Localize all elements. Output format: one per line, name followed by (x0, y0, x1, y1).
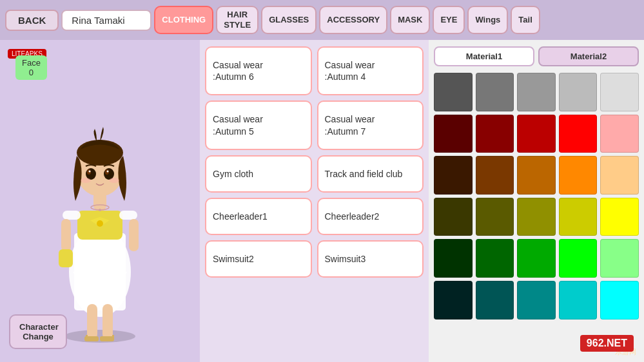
color-panel: Material1 Material2 (429, 40, 644, 362)
svg-point-25 (89, 171, 91, 173)
top-bar: BACK Rina Tamaki CLOTHINGHAIR STYLEGLASS… (0, 0, 644, 40)
tab-hair-style[interactable]: HAIR STYLE (216, 6, 259, 33)
color-swatch-3[interactable] (559, 73, 598, 111)
color-swatch-10[interactable] (434, 156, 473, 195)
character-name: Rina Tamaki (61, 10, 151, 31)
color-swatch-23[interactable] (559, 239, 598, 278)
svg-rect-6 (86, 335, 88, 339)
material2-tab[interactable]: Material2 (538, 46, 639, 66)
watermark-text: 962.NET (580, 335, 634, 352)
color-swatch-7[interactable] (517, 115, 556, 153)
clothing-item-4[interactable]: Gym cloth (205, 155, 312, 193)
face-badge: Face 0 (15, 55, 47, 80)
color-swatch-8[interactable] (559, 115, 598, 153)
tab-glasses[interactable]: GLASSES (261, 6, 317, 33)
material1-tab[interactable]: Material1 (434, 46, 534, 66)
clothing-item-5[interactable]: Track and field club (317, 155, 424, 193)
color-swatch-2[interactable] (517, 73, 556, 111)
color-swatch-16[interactable] (476, 198, 514, 236)
tab-wings[interactable]: Wings (467, 6, 508, 33)
svg-point-26 (107, 171, 109, 173)
color-swatch-24[interactable] (600, 239, 639, 278)
color-swatch-18[interactable] (559, 198, 598, 236)
svg-point-18 (99, 209, 101, 211)
color-swatch-0[interactable] (434, 73, 473, 111)
character-area: Face 0 LITEAPKS (0, 40, 200, 362)
svg-rect-14 (59, 249, 73, 267)
clothing-item-6[interactable]: Cheerleader1 (205, 198, 312, 235)
svg-point-10 (97, 220, 103, 227)
color-swatch-5[interactable] (434, 115, 473, 153)
clothing-grid: Casual wear :Autumn 6Casual wear :Autumn… (205, 46, 424, 278)
svg-rect-15 (129, 219, 139, 251)
color-swatch-6[interactable] (476, 115, 514, 153)
clothing-item-9[interactable]: Swimsuit3 (317, 240, 424, 278)
color-swatch-26[interactable] (476, 281, 514, 319)
color-swatch-28[interactable] (559, 281, 598, 319)
tab-mask[interactable]: MASK (390, 6, 430, 33)
tab-clothing[interactable]: CLOTHING (154, 6, 213, 33)
color-swatch-11[interactable] (476, 156, 514, 195)
clothing-area: Casual wear :Autumn 6Casual wear :Autumn… (200, 40, 429, 362)
material-tabs: Material1 Material2 (434, 46, 639, 66)
svg-rect-8 (112, 335, 114, 339)
svg-rect-4 (102, 304, 113, 339)
clothing-item-3[interactable]: Casual wear :Autumn 7 (317, 100, 424, 149)
color-grid (434, 73, 639, 319)
svg-point-27 (81, 178, 91, 183)
tab-accessory[interactable]: ACCESSORY (319, 6, 387, 33)
clothing-item-1[interactable]: Casual wear :Autumn 4 (317, 46, 424, 95)
clothing-item-7[interactable]: Cheerleader2 (317, 198, 424, 235)
clothing-item-8[interactable]: Swimsuit2 (205, 240, 312, 278)
svg-point-28 (109, 178, 119, 183)
clothing-item-2[interactable]: Casual wear :Autumn 5 (205, 100, 312, 149)
color-swatch-4[interactable] (600, 73, 639, 111)
svg-rect-13 (61, 219, 71, 251)
color-swatch-13[interactable] (559, 156, 598, 195)
color-swatch-14[interactable] (600, 156, 639, 195)
svg-rect-3 (87, 304, 97, 339)
tab-tail[interactable]: Tail (511, 6, 540, 33)
character-svg (35, 85, 164, 343)
color-swatch-29[interactable] (600, 281, 639, 319)
clothing-item-0[interactable]: Casual wear :Autumn 6 (205, 46, 312, 95)
color-swatch-25[interactable] (434, 281, 473, 319)
character-change-button[interactable]: Character Change (9, 314, 67, 349)
color-swatch-17[interactable] (517, 198, 556, 236)
svg-rect-12 (119, 211, 137, 220)
back-button[interactable]: BACK (5, 10, 59, 31)
svg-rect-7 (100, 336, 114, 341)
color-swatch-22[interactable] (517, 239, 556, 278)
watermark: 962.NET 乐游网 (615, 347, 639, 357)
color-swatch-21[interactable] (476, 239, 514, 278)
svg-rect-11 (63, 211, 81, 220)
character-figure (35, 85, 164, 330)
color-swatch-12[interactable] (517, 156, 556, 195)
tab-eye[interactable]: EYE (433, 6, 465, 33)
color-swatch-1[interactable] (476, 73, 514, 111)
tabs-container: CLOTHINGHAIR STYLEGLASSESACCESSORYMASKEY… (154, 6, 540, 33)
color-swatch-15[interactable] (434, 198, 473, 236)
color-swatch-19[interactable] (600, 198, 639, 236)
color-swatch-20[interactable] (434, 239, 473, 278)
svg-point-0 (64, 330, 135, 343)
face-badge-container: Face 0 LITEAPKS (8, 48, 46, 59)
color-swatch-9[interactable] (600, 115, 639, 153)
color-swatch-27[interactable] (517, 281, 556, 319)
